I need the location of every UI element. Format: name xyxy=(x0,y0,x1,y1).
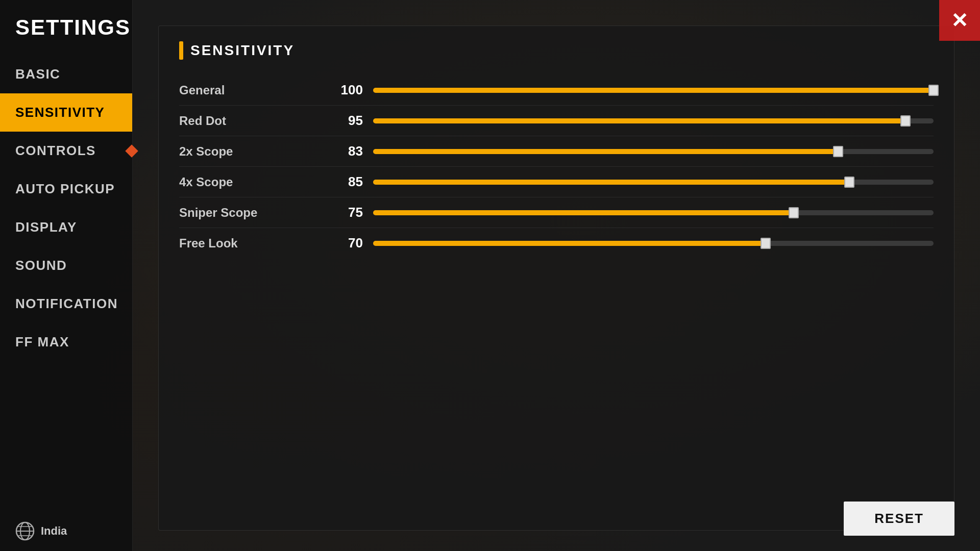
slider-fill-red-dot xyxy=(373,118,905,123)
panel-title-text: SENSITIVITY xyxy=(190,42,295,59)
slider-track-container-general[interactable] xyxy=(373,85,934,95)
slider-thumb-4x-scope[interactable] xyxy=(844,177,854,188)
slider-label-free-look: Free Look xyxy=(179,236,322,251)
slider-fill-free-look xyxy=(373,241,766,246)
slider-track-red-dot xyxy=(373,118,934,123)
slider-row-free-look: Free Look70 xyxy=(179,228,934,258)
main-content: ✕ SENSITIVITY General100Red Dot952x Scop… xyxy=(133,0,980,551)
country-label: India xyxy=(41,524,67,538)
sidebar-item-notification[interactable]: NOTIFICATION xyxy=(0,285,132,323)
sidebar-nav: BASICSENSITIVITYCONTROLSAUTO PICKUPDISPL… xyxy=(0,50,132,511)
globe-icon xyxy=(15,521,35,541)
slider-value-2x-scope: 83 xyxy=(322,143,363,159)
slider-label-red-dot: Red Dot xyxy=(179,114,322,128)
slider-track-container-2x-scope[interactable] xyxy=(373,146,934,157)
slider-track-container-red-dot[interactable] xyxy=(373,116,934,126)
sidebar: SETTINGS BASICSENSITIVITYCONTROLSAUTO PI… xyxy=(0,0,133,551)
sidebar-item-basic[interactable]: BASIC xyxy=(0,55,132,93)
slider-thumb-2x-scope[interactable] xyxy=(833,146,843,157)
slider-value-4x-scope: 85 xyxy=(322,174,363,190)
slider-track-sniper-scope xyxy=(373,210,934,215)
sidebar-item-auto-pickup[interactable]: AUTO PICKUP xyxy=(0,170,132,208)
slider-track-general xyxy=(373,88,934,93)
slider-value-sniper-scope: 75 xyxy=(322,205,363,220)
panel-title-accent-bar xyxy=(179,41,183,60)
slider-thumb-sniper-scope[interactable] xyxy=(789,207,799,218)
panel-title-container: SENSITIVITY xyxy=(179,41,934,60)
slider-thumb-red-dot[interactable] xyxy=(900,115,911,127)
slider-thumb-free-look[interactable] xyxy=(761,238,771,249)
slider-track-container-sniper-scope[interactable] xyxy=(373,208,934,218)
sidebar-item-ff-max[interactable]: FF MAX xyxy=(0,323,132,361)
slider-track-container-free-look[interactable] xyxy=(373,238,934,248)
app-title: SETTINGS xyxy=(0,0,132,50)
slider-row-4x-scope: 4x Scope85 xyxy=(179,167,934,197)
slider-track-4x-scope xyxy=(373,180,934,185)
slider-thumb-general[interactable] xyxy=(928,85,939,96)
slider-fill-2x-scope xyxy=(373,149,838,154)
sidebar-item-sound[interactable]: SOUND xyxy=(0,246,132,285)
sidebar-item-sensitivity[interactable]: SENSITIVITY xyxy=(0,93,132,132)
slider-fill-4x-scope xyxy=(373,180,849,185)
reset-button[interactable]: RESET xyxy=(844,502,954,536)
slider-track-container-4x-scope[interactable] xyxy=(373,177,934,187)
sidebar-footer: India xyxy=(0,511,132,551)
sliders-container: General100Red Dot952x Scope834x Scope85S… xyxy=(179,75,934,258)
slider-value-red-dot: 95 xyxy=(322,113,363,129)
slider-value-free-look: 70 xyxy=(322,235,363,251)
slider-value-general: 100 xyxy=(322,82,363,98)
slider-label-general: General xyxy=(179,83,322,97)
slider-label-sniper-scope: Sniper Scope xyxy=(179,206,322,220)
slider-track-2x-scope xyxy=(373,149,934,154)
app-layout: SETTINGS BASICSENSITIVITYCONTROLSAUTO PI… xyxy=(0,0,980,551)
slider-fill-sniper-scope xyxy=(373,210,794,215)
slider-row-2x-scope: 2x Scope83 xyxy=(179,136,934,167)
slider-row-red-dot: Red Dot95 xyxy=(179,106,934,136)
sidebar-item-controls[interactable]: CONTROLS xyxy=(0,132,132,170)
slider-label-4x-scope: 4x Scope xyxy=(179,175,322,189)
slider-label-2x-scope: 2x Scope xyxy=(179,144,322,159)
slider-row-general: General100 xyxy=(179,75,934,106)
sidebar-item-display[interactable]: DISPLAY xyxy=(0,208,132,246)
slider-fill-general xyxy=(373,88,934,93)
close-button[interactable]: ✕ xyxy=(939,0,980,41)
settings-panel: SENSITIVITY General100Red Dot952x Scope8… xyxy=(158,26,954,531)
slider-row-sniper-scope: Sniper Scope75 xyxy=(179,197,934,228)
slider-track-free-look xyxy=(373,241,934,246)
